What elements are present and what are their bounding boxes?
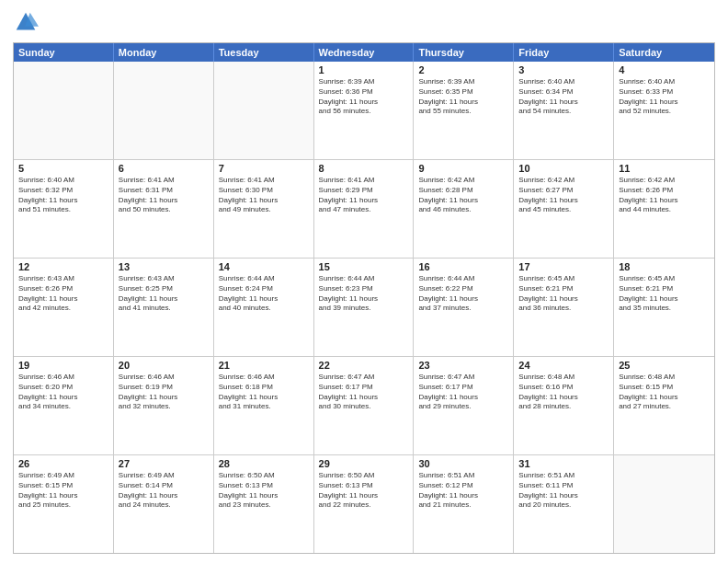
day-number: 25 [619, 360, 710, 371]
cell-text: Sunrise: 6:51 AMSunset: 6:12 PMDaylight:… [418, 471, 508, 511]
calendar-header: SundayMondayTuesdayWednesdayThursdayFrid… [14, 43, 714, 62]
calendar-cell: 17Sunrise: 6:45 AMSunset: 6:21 PMDayligh… [514, 259, 614, 356]
day-number: 16 [418, 261, 508, 272]
calendar-cell: 11Sunrise: 6:42 AMSunset: 6:26 PMDayligh… [614, 160, 714, 258]
day-number: 4 [619, 64, 710, 75]
cell-text: Sunrise: 6:40 AMSunset: 6:32 PMDaylight:… [18, 176, 108, 215]
cell-text: Sunrise: 6:39 AMSunset: 6:36 PMDaylight:… [319, 77, 409, 117]
cell-text: Sunrise: 6:46 AMSunset: 6:18 PMDaylight:… [219, 373, 309, 412]
calendar-body: 1Sunrise: 6:39 AMSunset: 6:36 PMDaylight… [14, 62, 714, 553]
calendar-cell [614, 455, 714, 553]
day-number: 15 [319, 261, 409, 272]
calendar-cell: 3Sunrise: 6:40 AMSunset: 6:34 PMDaylight… [514, 62, 614, 159]
calendar-cell: 29Sunrise: 6:50 AMSunset: 6:13 PMDayligh… [314, 455, 415, 553]
header-day-wednesday: Wednesday [314, 43, 415, 62]
calendar-row-3: 19Sunrise: 6:46 AMSunset: 6:20 PMDayligh… [14, 357, 714, 455]
calendar-cell: 15Sunrise: 6:44 AMSunset: 6:23 PMDayligh… [314, 259, 415, 356]
page: SundayMondayTuesdayWednesdayThursdayFrid… [0, 0, 728, 563]
cell-text: Sunrise: 6:44 AMSunset: 6:22 PMDaylight:… [418, 274, 508, 314]
day-number: 14 [219, 261, 309, 272]
cell-text: Sunrise: 6:41 AMSunset: 6:31 PMDaylight:… [119, 176, 209, 215]
day-number: 3 [518, 64, 609, 75]
cell-text: Sunrise: 6:48 AMSunset: 6:15 PMDaylight:… [619, 373, 710, 412]
calendar-cell: 8Sunrise: 6:41 AMSunset: 6:29 PMDaylight… [314, 160, 415, 258]
day-number: 5 [18, 163, 108, 174]
cell-text: Sunrise: 6:45 AMSunset: 6:21 PMDaylight:… [518, 274, 609, 314]
day-number: 28 [219, 458, 309, 469]
calendar-cell: 23Sunrise: 6:47 AMSunset: 6:17 PMDayligh… [414, 357, 514, 454]
cell-text: Sunrise: 6:43 AMSunset: 6:26 PMDaylight:… [18, 274, 108, 314]
header [13, 9, 715, 35]
calendar-cell: 30Sunrise: 6:51 AMSunset: 6:12 PMDayligh… [414, 455, 514, 553]
calendar-cell [214, 62, 314, 159]
day-number: 8 [319, 163, 409, 174]
day-number: 9 [418, 163, 508, 174]
calendar-cell: 1Sunrise: 6:39 AMSunset: 6:36 PMDaylight… [314, 62, 415, 159]
calendar-cell: 26Sunrise: 6:49 AMSunset: 6:15 PMDayligh… [14, 455, 114, 553]
calendar-cell: 4Sunrise: 6:40 AMSunset: 6:33 PMDaylight… [614, 62, 714, 159]
header-day-tuesday: Tuesday [214, 43, 314, 62]
calendar-cell [14, 62, 114, 159]
cell-text: Sunrise: 6:49 AMSunset: 6:14 PMDaylight:… [119, 471, 209, 511]
cell-text: Sunrise: 6:46 AMSunset: 6:20 PMDaylight:… [18, 373, 108, 412]
calendar-row-2: 12Sunrise: 6:43 AMSunset: 6:26 PMDayligh… [14, 259, 714, 357]
calendar-cell: 12Sunrise: 6:43 AMSunset: 6:26 PMDayligh… [14, 259, 114, 356]
day-number: 19 [18, 360, 108, 371]
cell-text: Sunrise: 6:43 AMSunset: 6:25 PMDaylight:… [119, 274, 209, 314]
day-number: 20 [119, 360, 209, 371]
cell-text: Sunrise: 6:39 AMSunset: 6:35 PMDaylight:… [418, 77, 508, 117]
day-number: 1 [319, 64, 409, 75]
calendar-cell: 5Sunrise: 6:40 AMSunset: 6:32 PMDaylight… [14, 160, 114, 258]
cell-text: Sunrise: 6:44 AMSunset: 6:24 PMDaylight:… [219, 274, 309, 314]
calendar-cell [114, 62, 214, 159]
day-number: 31 [518, 458, 609, 469]
cell-text: Sunrise: 6:50 AMSunset: 6:13 PMDaylight:… [219, 471, 309, 511]
calendar-cell: 20Sunrise: 6:46 AMSunset: 6:19 PMDayligh… [114, 357, 214, 454]
day-number: 2 [418, 64, 508, 75]
calendar-container: SundayMondayTuesdayWednesdayThursdayFrid… [13, 42, 715, 554]
cell-text: Sunrise: 6:44 AMSunset: 6:23 PMDaylight:… [319, 274, 409, 314]
cell-text: Sunrise: 6:51 AMSunset: 6:11 PMDaylight:… [518, 471, 609, 511]
cell-text: Sunrise: 6:47 AMSunset: 6:17 PMDaylight:… [418, 373, 508, 412]
day-number: 11 [619, 163, 710, 174]
cell-text: Sunrise: 6:46 AMSunset: 6:19 PMDaylight:… [119, 373, 209, 412]
cell-text: Sunrise: 6:40 AMSunset: 6:34 PMDaylight:… [518, 77, 609, 117]
header-day-thursday: Thursday [414, 43, 514, 62]
header-day-saturday: Saturday [614, 43, 714, 62]
day-number: 26 [18, 458, 108, 469]
cell-text: Sunrise: 6:42 AMSunset: 6:27 PMDaylight:… [518, 176, 609, 215]
day-number: 30 [418, 458, 508, 469]
day-number: 24 [518, 360, 609, 371]
calendar-cell: 18Sunrise: 6:45 AMSunset: 6:21 PMDayligh… [614, 259, 714, 356]
day-number: 13 [119, 261, 209, 272]
calendar-cell: 2Sunrise: 6:39 AMSunset: 6:35 PMDaylight… [414, 62, 514, 159]
calendar-cell: 25Sunrise: 6:48 AMSunset: 6:15 PMDayligh… [614, 357, 714, 454]
header-day-monday: Monday [114, 43, 214, 62]
cell-text: Sunrise: 6:42 AMSunset: 6:28 PMDaylight:… [418, 176, 508, 215]
calendar-cell: 9Sunrise: 6:42 AMSunset: 6:28 PMDaylight… [414, 160, 514, 258]
calendar-cell: 16Sunrise: 6:44 AMSunset: 6:22 PMDayligh… [414, 259, 514, 356]
header-day-sunday: Sunday [14, 43, 114, 62]
cell-text: Sunrise: 6:49 AMSunset: 6:15 PMDaylight:… [18, 471, 108, 511]
day-number: 21 [219, 360, 309, 371]
calendar-cell: 21Sunrise: 6:46 AMSunset: 6:18 PMDayligh… [214, 357, 314, 454]
calendar-cell: 14Sunrise: 6:44 AMSunset: 6:24 PMDayligh… [214, 259, 314, 356]
calendar-cell: 27Sunrise: 6:49 AMSunset: 6:14 PMDayligh… [114, 455, 214, 553]
day-number: 27 [119, 458, 209, 469]
cell-text: Sunrise: 6:45 AMSunset: 6:21 PMDaylight:… [619, 274, 710, 314]
cell-text: Sunrise: 6:50 AMSunset: 6:13 PMDaylight:… [319, 471, 409, 511]
day-number: 18 [619, 261, 710, 272]
calendar-cell: 22Sunrise: 6:47 AMSunset: 6:17 PMDayligh… [314, 357, 415, 454]
cell-text: Sunrise: 6:47 AMSunset: 6:17 PMDaylight:… [319, 373, 409, 412]
calendar-row-4: 26Sunrise: 6:49 AMSunset: 6:15 PMDayligh… [14, 455, 714, 553]
logo [13, 9, 42, 35]
cell-text: Sunrise: 6:42 AMSunset: 6:26 PMDaylight:… [619, 176, 710, 215]
calendar-cell: 28Sunrise: 6:50 AMSunset: 6:13 PMDayligh… [214, 455, 314, 553]
day-number: 22 [319, 360, 409, 371]
day-number: 10 [518, 163, 609, 174]
cell-text: Sunrise: 6:41 AMSunset: 6:30 PMDaylight:… [219, 176, 309, 215]
calendar-cell: 13Sunrise: 6:43 AMSunset: 6:25 PMDayligh… [114, 259, 214, 356]
day-number: 17 [518, 261, 609, 272]
calendar-cell: 31Sunrise: 6:51 AMSunset: 6:11 PMDayligh… [514, 455, 614, 553]
cell-text: Sunrise: 6:41 AMSunset: 6:29 PMDaylight:… [319, 176, 409, 215]
